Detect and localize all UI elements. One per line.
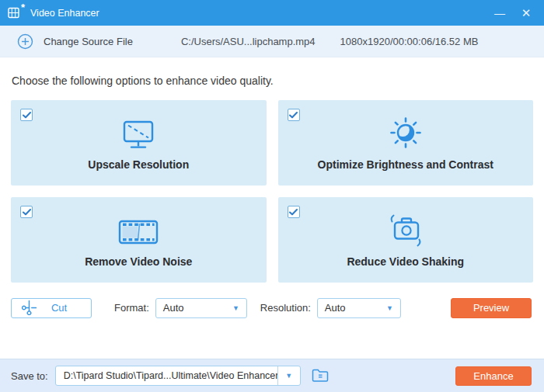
reduce-shaking-checkbox[interactable] [288, 206, 300, 218]
cut-button[interactable]: Cut [11, 298, 92, 318]
option-label: Optimize Brightness and Contrast [318, 158, 493, 171]
upscale-resolution-checkbox[interactable] [20, 109, 33, 121]
cut-label: Cut [37, 302, 82, 314]
change-source-file-button[interactable]: Change Source File [17, 33, 133, 50]
scissors-icon [22, 300, 37, 315]
preview-button[interactable]: Preview [451, 298, 532, 318]
resolution-label: Resolution: [260, 302, 311, 314]
chevron-down-icon: ▼ [285, 372, 292, 380]
option-card-reduce-shaking[interactable]: Reduce Video Shaking [278, 197, 534, 283]
chevron-down-icon: ▼ [232, 304, 239, 312]
toolbar: Cut Format: Auto ▼ Resolution: Auto ▼ Pr… [11, 297, 533, 318]
page-title: Choose the following options to enhance … [11, 75, 533, 87]
camera-icon [384, 210, 427, 248]
app-badge: * [21, 2, 25, 13]
option-label: Reduce Video Shaking [347, 255, 464, 268]
save-to-label: Save to: [11, 370, 48, 382]
plus-circle-icon [17, 33, 33, 50]
open-folder-button[interactable] [309, 366, 331, 385]
source-bar: Change Source File C:/Users/ASU...lipcha… [0, 26, 544, 57]
title-bar: * Video Enhancer — ✕ [0, 0, 544, 26]
folder-icon [311, 368, 330, 383]
format-label: Format: [114, 302, 149, 314]
option-label: Upscale Resolution [88, 158, 189, 171]
chevron-down-icon: ▼ [386, 304, 393, 312]
resolution-value: Auto [325, 302, 346, 314]
footer-bar: Save to: D:\Tipard Studio\Tipard...Ultim… [0, 359, 544, 392]
change-source-file-label: Change Source File [44, 36, 133, 47]
option-card-optimize-brightness[interactable]: Optimize Brightness and Contrast [278, 100, 534, 186]
enhance-button[interactable]: Enhance [455, 366, 532, 386]
source-file-path: C:/Users/ASU...lipchamp.mp4 [181, 36, 316, 47]
close-button[interactable]: ✕ [513, 0, 539, 26]
options-grid: Upscale Resolution [11, 100, 533, 283]
option-card-remove-noise[interactable]: Remove Video Noise [11, 197, 267, 283]
save-path-input[interactable]: D:\Tipard Studio\Tipard...Ultimate\Video… [56, 366, 277, 385]
resolution-select[interactable]: Auto ▼ [317, 298, 401, 318]
format-value: Auto [163, 302, 184, 314]
save-path-combo: D:\Tipard Studio\Tipard...Ultimate\Video… [55, 366, 301, 386]
brightness-icon [388, 113, 424, 151]
optimize-brightness-checkbox[interactable] [288, 109, 300, 121]
app-icon: * [8, 7, 23, 19]
film-strip-icon [117, 210, 159, 248]
minimize-button[interactable]: — [486, 0, 513, 26]
option-label: Remove Video Noise [85, 255, 192, 268]
main-panel: Choose the following options to enhance … [0, 57, 544, 359]
remove-noise-checkbox[interactable] [20, 206, 33, 218]
format-select[interactable]: Auto ▼ [155, 298, 247, 318]
save-path-dropdown-button[interactable]: ▼ [277, 366, 300, 385]
window-title: Video Enhancer [30, 8, 99, 19]
source-file-info: 1080x1920/00:00:06/16.52 MB [340, 36, 479, 47]
option-card-upscale-resolution[interactable]: Upscale Resolution [11, 100, 267, 186]
monitor-icon [120, 113, 156, 151]
